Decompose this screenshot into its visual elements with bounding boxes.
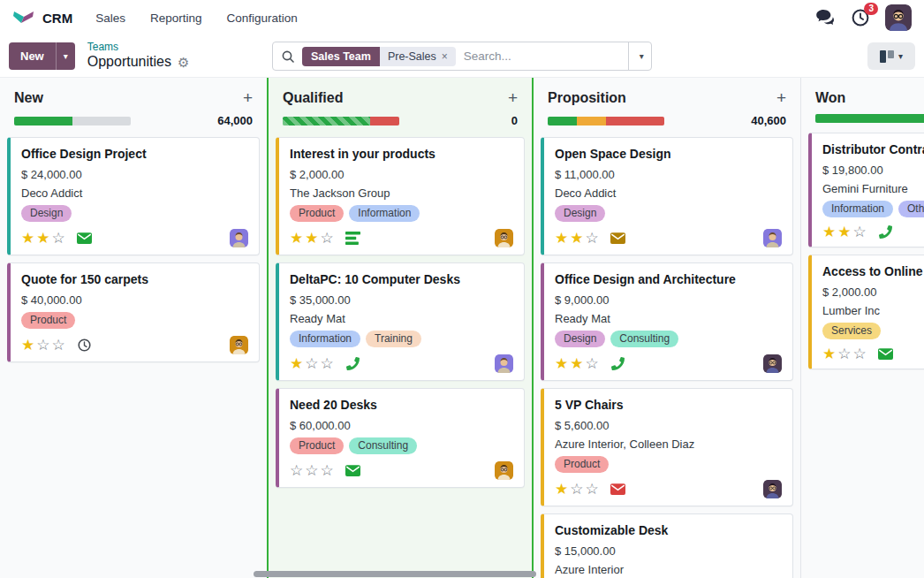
star-filled-icon[interactable]: ★ [305,230,320,247]
priority-stars[interactable]: ★★☆ [822,224,868,240]
messages-icon[interactable] [816,10,836,26]
clock-activity-icon[interactable] [77,338,92,352]
star-empty-icon[interactable]: ☆ [837,346,852,362]
star-filled-icon[interactable]: ★ [822,224,837,240]
envelope-activity-icon[interactable] [610,483,625,496]
star-filled-icon[interactable]: ★ [555,481,570,498]
envelope-activity-icon[interactable] [878,347,893,361]
star-filled-icon[interactable]: ★ [555,355,570,372]
star-empty-icon[interactable]: ☆ [586,481,601,498]
envelope-activity-icon[interactable] [77,232,92,245]
progress-segment[interactable] [14,117,72,125]
tasks-activity-icon[interactable] [345,232,360,245]
star-empty-icon[interactable]: ☆ [570,481,585,498]
priority-stars[interactable]: ★★☆ [555,231,601,246]
star-empty-icon[interactable]: ☆ [305,355,320,372]
facet-remove-icon[interactable]: × [442,50,448,63]
card-title: Access to Online C [822,264,924,278]
new-button-label[interactable]: New [9,42,56,70]
nav-menu-configuration[interactable]: Configuration [227,11,298,25]
opportunity-card[interactable]: Customizable Desk $ 15,000.00 Azure Inte… [541,513,793,578]
search-dropdown-caret-icon[interactable]: ▾ [628,42,655,70]
progress-segment[interactable] [283,117,370,125]
star-filled-icon[interactable]: ★ [21,230,36,247]
star-empty-icon[interactable]: ☆ [36,337,51,354]
new-dropdown-caret-icon[interactable]: ▾ [56,42,75,70]
opportunity-card[interactable]: Access to Online C $ 2,000.00 Lumber Inc… [808,255,924,369]
card-partner: Azure Interior, Colleen Diaz [555,437,782,451]
nav-menu-sales[interactable]: Sales [95,11,125,25]
column-add-button[interactable]: + [776,89,786,106]
opportunity-card[interactable]: Need 20 Desks $ 60,000.00 ProductConsult… [276,388,525,488]
star-filled-icon[interactable]: ★ [290,355,305,372]
opportunity-card[interactable]: Office Design and Architecture $ 9,000.0… [541,262,793,381]
envelope-activity-icon[interactable] [345,464,360,477]
star-empty-icon[interactable]: ☆ [853,346,868,362]
opportunity-card[interactable]: Quote for 150 carpets $ 40,000.00 Produc… [7,262,260,362]
priority-stars[interactable]: ★★☆ [21,231,67,246]
priority-stars[interactable]: ★☆☆ [822,346,868,361]
star-empty-icon[interactable]: ☆ [52,230,67,247]
star-empty-icon[interactable]: ☆ [52,337,67,354]
star-empty-icon[interactable]: ☆ [321,355,336,372]
progress-segment[interactable] [72,117,131,125]
star-filled-icon[interactable]: ★ [36,230,51,247]
column-add-button[interactable]: + [508,89,518,106]
phone-activity-icon[interactable] [345,357,360,370]
card-list: Distributor Contra $ 19,800.00 Gemini Fu… [801,131,924,384]
opportunity-card[interactable]: Distributor Contra $ 19,800.00 Gemini Fu… [808,133,924,247]
view-switcher-button[interactable]: ▾ [867,42,915,70]
nav-menus: Sales Reporting Configuration [95,11,298,25]
priority-stars[interactable]: ★☆☆ [21,338,67,353]
breadcrumb-teams-link[interactable]: Teams [87,42,190,54]
priority-stars[interactable]: ★☆☆ [555,482,601,497]
opportunity-card[interactable]: DeltaPC: 10 Computer Desks $ 35,000.00 R… [276,262,525,381]
new-button[interactable]: New ▾ [9,42,75,70]
star-empty-icon[interactable]: ☆ [586,230,601,247]
star-filled-icon[interactable]: ★ [555,230,570,247]
user-avatar[interactable] [885,4,912,31]
opportunity-card[interactable]: Open Space Design $ 11,000.00 Deco Addic… [541,137,793,255]
star-filled-icon[interactable]: ★ [822,346,837,362]
breadcrumb: Teams Opportunities ⚙ [87,42,190,70]
priority-stars[interactable]: ☆☆☆ [290,463,336,478]
progress-segment[interactable] [370,117,399,125]
star-empty-icon[interactable]: ☆ [321,230,336,247]
opportunity-card[interactable]: Office Design Project $ 24,000.00 Deco A… [7,137,260,255]
priority-stars[interactable]: ★★☆ [290,231,336,246]
progress-segment[interactable] [577,117,606,125]
card-title: Open Space Design [555,147,782,161]
action-gear-icon[interactable]: ⚙ [178,55,189,70]
priority-stars[interactable]: ★☆☆ [290,356,336,371]
nav-menu-reporting[interactable]: Reporting [150,11,202,25]
search-bar[interactable]: Sales Team Pre-Sales × ▾ [272,42,652,71]
star-filled-icon[interactable]: ★ [837,224,852,240]
horizontal-scrollbar-thumb[interactable] [254,571,536,577]
card-tags: ProductConsulting [290,437,513,454]
opportunity-card[interactable]: 5 VP Chairs $ 5,600.00 Azure Interior, C… [541,388,793,506]
opportunity-card[interactable]: Interest in your products $ 2,000.00 The… [276,137,525,255]
card-title: Need 20 Desks [290,398,513,412]
progress-segment[interactable] [606,117,664,125]
star-empty-icon[interactable]: ☆ [321,462,336,479]
priority-stars[interactable]: ★★☆ [555,356,601,371]
app-brand[interactable]: CRM [12,9,72,27]
star-filled-icon[interactable]: ★ [21,337,36,354]
star-filled-icon[interactable]: ★ [290,230,305,247]
card-tags: Product [555,456,782,473]
star-filled-icon[interactable]: ★ [570,230,585,247]
star-filled-icon[interactable]: ★ [570,355,585,372]
progress-segment[interactable] [548,117,577,125]
star-empty-icon[interactable]: ☆ [290,462,305,479]
envelope-activity-icon[interactable] [610,232,625,245]
card-title: Office Design and Architecture [555,272,782,286]
column-add-button[interactable]: + [243,89,253,106]
progress-segment[interactable] [815,114,924,123]
star-empty-icon[interactable]: ☆ [853,224,868,240]
phone-activity-icon[interactable] [878,225,893,239]
phone-activity-icon[interactable] [610,357,625,370]
star-empty-icon[interactable]: ☆ [305,462,320,479]
search-input[interactable] [456,49,628,63]
star-empty-icon[interactable]: ☆ [586,355,601,372]
activities-clock-icon[interactable]: 3 [852,9,869,27]
